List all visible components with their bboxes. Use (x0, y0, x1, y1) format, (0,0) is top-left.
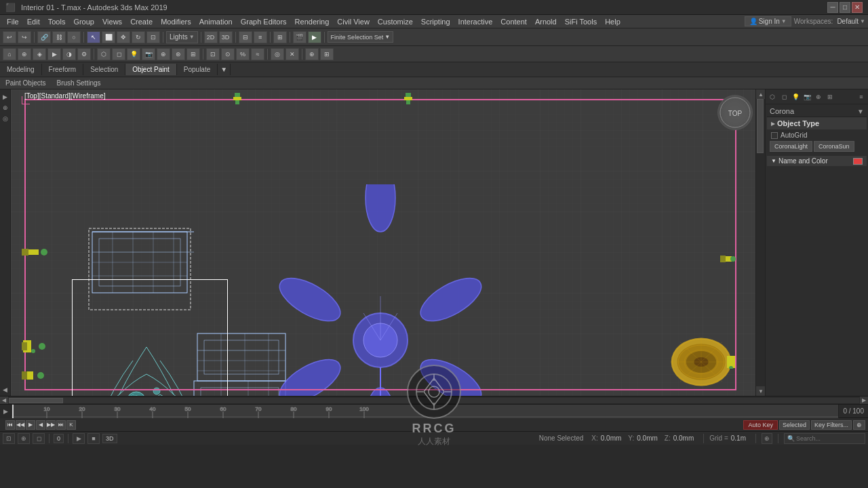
render-setup-btn[interactable]: 🎬 (293, 31, 307, 43)
isolate-btn[interactable]: ◎ (271, 48, 284, 60)
menu-help[interactable]: Help (601, 16, 625, 27)
rp-systems-btn[interactable]: ⊞ (825, 92, 835, 102)
close-btn[interactable]: ✕ (852, 2, 863, 13)
hscroll-thumb[interactable] (9, 398, 63, 403)
bind-btn[interactable]: ○ (67, 31, 81, 43)
key-mode-btn[interactable]: K (66, 420, 76, 430)
corona-sun-btn[interactable]: CoronaSun (814, 141, 854, 152)
key-filters-btn[interactable]: Key Filters... (811, 420, 852, 430)
align-btn[interactable]: ≡ (254, 31, 267, 43)
populate-dropdown[interactable]: ▼ (218, 64, 231, 75)
go-start-btn[interactable]: ⏮ (5, 420, 15, 430)
name-color-header[interactable]: ▼ Name and Color (767, 156, 867, 166)
tab-populate[interactable]: Populate (177, 64, 218, 75)
brush-settings-btn[interactable]: Brush Settings (54, 79, 103, 87)
systems-btn[interactable]: ⊞ (186, 48, 200, 60)
shapes-btn[interactable]: ◻ (112, 48, 125, 60)
motion-btn[interactable]: ▶ (47, 48, 61, 60)
menu-interactive[interactable]: Interactive (454, 16, 497, 27)
xview-btn[interactable]: ✕ (285, 48, 299, 60)
snap-3d-btn[interactable]: 3D (219, 31, 233, 43)
snap-toggle-btn[interactable]: ⊡ (206, 48, 220, 60)
link-btn[interactable]: 🔗 (37, 31, 51, 43)
next-frame-btn[interactable]: ▶▶ (46, 420, 56, 430)
selection-set-dropdown[interactable]: Finite Selection Set ▼ (328, 31, 393, 43)
rp-shapes-btn[interactable]: ◻ (778, 92, 789, 102)
tab-modeling[interactable]: Modeling (0, 64, 42, 75)
tab-freeform[interactable]: Freeform (42, 64, 84, 75)
minimize-btn[interactable]: ─ (827, 2, 838, 13)
status-icon-3d[interactable]: 3D (102, 434, 117, 443)
auto-key-btn[interactable]: Auto Key (743, 420, 778, 430)
menu-arnold[interactable]: Arnold (531, 16, 561, 27)
menu-graph-editors[interactable]: Graph Editors (237, 16, 291, 27)
left-strip-btn-3[interactable]: ◎ (1, 114, 10, 123)
restore-btn[interactable]: □ (840, 2, 850, 13)
menu-edit[interactable]: Edit (23, 16, 44, 27)
menu-sifi-tools[interactable]: SiFi Tools (561, 16, 601, 27)
rp-lights-btn[interactable]: 💡 (790, 92, 801, 102)
rp-more-btn[interactable]: ≡ (856, 92, 867, 102)
lights2-btn[interactable]: 💡 (127, 48, 140, 60)
tab-selection[interactable]: Selection (83, 64, 125, 75)
auto-grid-btn[interactable]: ⊞ (320, 48, 334, 60)
time-config-btn[interactable]: ⊕ (853, 420, 865, 430)
search-input[interactable] (796, 435, 862, 442)
hierarchy-btn[interactable]: ◈ (33, 48, 46, 60)
lights-dropdown-area[interactable]: Lights ▼ (166, 31, 198, 43)
status-icon-1[interactable]: ⊡ (3, 433, 15, 444)
angle-snap-btn[interactable]: ⊙ (221, 48, 235, 60)
hscroll-left-btn[interactable]: ◀ (0, 396, 8, 405)
rp-cameras-btn[interactable]: 📷 (802, 92, 812, 102)
status-icon-2[interactable]: ⊕ (18, 433, 30, 444)
status-icon-3[interactable]: ◻ (33, 433, 45, 444)
menu-civil-view[interactable]: Civil View (333, 16, 373, 27)
menu-content[interactable]: Content (496, 16, 531, 27)
menu-create[interactable]: Create (126, 16, 157, 27)
mirror-btn[interactable]: ⊟ (239, 31, 252, 43)
menu-animation[interactable]: Animation (195, 16, 237, 27)
color-swatch[interactable] (853, 158, 863, 165)
object-type-header[interactable]: ▶ Object Type (767, 117, 867, 129)
menu-file[interactable]: File (3, 16, 23, 27)
vscroll-thumb[interactable] (757, 99, 764, 153)
spinner-snap-btn[interactable]: ≈ (251, 48, 264, 60)
corona-light-btn[interactable]: CoronaLight (770, 141, 812, 152)
geo-btn[interactable]: ⬡ (97, 48, 111, 60)
menu-views[interactable]: Views (98, 16, 126, 27)
tab-object-paint[interactable]: Object Paint (125, 64, 176, 75)
move-tool-btn[interactable]: ⊕ (305, 48, 319, 60)
arrow-icon[interactable]: ▶ (1, 92, 10, 102)
menu-customize[interactable]: Customize (374, 16, 417, 27)
left-strip-btn-2[interactable]: ⊕ (1, 103, 10, 113)
set-key-btn[interactable]: Selected (779, 420, 810, 430)
hscroll-right-btn[interactable]: ▶ (860, 396, 868, 405)
rp-create-btn[interactable]: ⬡ (767, 92, 778, 102)
rp-helpers-btn[interactable]: ⊕ (813, 92, 824, 102)
status-stop-btn[interactable]: ■ (87, 433, 100, 444)
timeline-slider[interactable]: 10 20 30 40 50 60 70 80 90 100 (11, 405, 839, 418)
modify-btn[interactable]: ⊕ (18, 48, 31, 60)
create-shapes-btn[interactable]: ⌂ (3, 48, 16, 60)
viewport[interactable]: [Top][Standard][Wireframe] TOP (11, 89, 755, 396)
autogrid-checkbox[interactable] (771, 132, 778, 139)
move-btn[interactable]: ✥ (117, 31, 130, 43)
render-btn[interactable]: ▶ (308, 31, 321, 43)
utilities-btn[interactable]: ⚙ (77, 48, 91, 60)
render-frame-btn[interactable]: 0 (54, 434, 64, 443)
menu-modifiers[interactable]: Modifiers (157, 16, 195, 27)
undo-btn[interactable]: ↩ (3, 31, 16, 43)
helpers-btn[interactable]: ⊕ (157, 48, 170, 60)
timeline-collapse-btn[interactable]: ▶ (0, 405, 11, 418)
prev-frame-btn[interactable]: ◀◀ (16, 420, 25, 430)
unlink-btn[interactable]: ⛓ (52, 31, 66, 43)
scale-btn[interactable]: ⊡ (146, 31, 160, 43)
play-btn[interactable]: ▶ (26, 420, 35, 430)
percent-snap-btn[interactable]: % (236, 48, 250, 60)
rotate-btn[interactable]: ↻ (132, 31, 145, 43)
search-area[interactable]: 🔍 (784, 433, 865, 444)
select-region-btn[interactable]: ⬜ (102, 31, 115, 43)
go-end-btn[interactable]: ⏭ (56, 420, 66, 430)
paint-objects-btn[interactable]: Paint Objects (3, 79, 48, 87)
layer-mgr-btn[interactable]: ⊞ (273, 31, 287, 43)
